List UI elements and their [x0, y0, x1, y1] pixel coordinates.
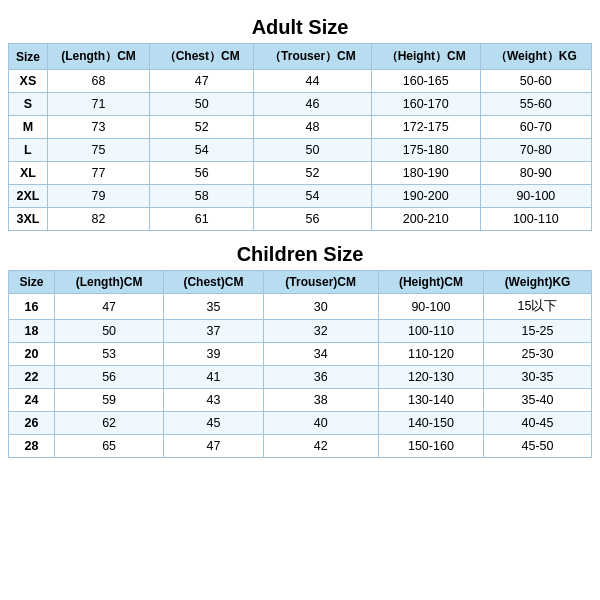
- table-cell: 71: [47, 93, 149, 116]
- table-cell: L: [9, 139, 48, 162]
- children-header-cell: (Height)CM: [378, 271, 483, 294]
- table-cell: S: [9, 93, 48, 116]
- table-cell: 70-80: [480, 139, 591, 162]
- table-cell: 41: [164, 366, 263, 389]
- table-cell: 28: [9, 435, 55, 458]
- table-cell: XL: [9, 162, 48, 185]
- table-cell: 15以下: [484, 294, 592, 320]
- table-cell: 45-50: [484, 435, 592, 458]
- table-cell: 58: [150, 185, 254, 208]
- table-cell: 50: [254, 139, 371, 162]
- table-cell: 100-110: [480, 208, 591, 231]
- table-cell: 50: [150, 93, 254, 116]
- table-cell: 82: [47, 208, 149, 231]
- table-row: 2XL795854190-20090-100: [9, 185, 592, 208]
- table-cell: 47: [54, 294, 163, 320]
- table-row: XL775652180-19080-90: [9, 162, 592, 185]
- table-cell: 140-150: [378, 412, 483, 435]
- table-cell: 35: [164, 294, 263, 320]
- table-cell: 54: [150, 139, 254, 162]
- table-cell: 62: [54, 412, 163, 435]
- adult-header-cell: （Chest）CM: [150, 44, 254, 70]
- table-row: S715046160-17055-60: [9, 93, 592, 116]
- table-cell: 47: [150, 70, 254, 93]
- adult-section-title: Adult Size: [252, 16, 349, 39]
- table-cell: 26: [9, 412, 55, 435]
- table-cell: 36: [263, 366, 378, 389]
- table-cell: 2XL: [9, 185, 48, 208]
- table-row: 28654742150-16045-50: [9, 435, 592, 458]
- table-cell: 75: [47, 139, 149, 162]
- table-cell: 32: [263, 320, 378, 343]
- children-header-cell: (Trouser)CM: [263, 271, 378, 294]
- table-cell: 38: [263, 389, 378, 412]
- table-cell: 79: [47, 185, 149, 208]
- table-cell: 48: [254, 116, 371, 139]
- table-cell: 68: [47, 70, 149, 93]
- adult-header-cell: (Length）CM: [47, 44, 149, 70]
- table-cell: 52: [150, 116, 254, 139]
- table-cell: 46: [254, 93, 371, 116]
- table-cell: 77: [47, 162, 149, 185]
- table-cell: 50: [54, 320, 163, 343]
- table-cell: 53: [54, 343, 163, 366]
- table-cell: 44: [254, 70, 371, 93]
- table-cell: 110-120: [378, 343, 483, 366]
- table-row: 1647353090-10015以下: [9, 294, 592, 320]
- adult-header-cell: （Trouser）CM: [254, 44, 371, 70]
- table-cell: 180-190: [371, 162, 480, 185]
- table-cell: 172-175: [371, 116, 480, 139]
- table-cell: 100-110: [378, 320, 483, 343]
- table-cell: 120-130: [378, 366, 483, 389]
- children-header-cell: Size: [9, 271, 55, 294]
- table-row: L755450175-18070-80: [9, 139, 592, 162]
- table-cell: 39: [164, 343, 263, 366]
- table-row: 18503732100-11015-25: [9, 320, 592, 343]
- table-row: 20533934110-12025-30: [9, 343, 592, 366]
- table-cell: 55-60: [480, 93, 591, 116]
- table-row: 22564136120-13030-35: [9, 366, 592, 389]
- table-cell: 175-180: [371, 139, 480, 162]
- table-cell: 30-35: [484, 366, 592, 389]
- table-cell: 3XL: [9, 208, 48, 231]
- table-cell: 160-170: [371, 93, 480, 116]
- adult-size-table: Size(Length）CM（Chest）CM（Trouser）CM（Heigh…: [8, 43, 592, 231]
- table-cell: 25-30: [484, 343, 592, 366]
- table-cell: 40: [263, 412, 378, 435]
- children-size-table: Size(Length)CM(Chest)CM(Trouser)CM(Heigh…: [8, 270, 592, 458]
- table-cell: 54: [254, 185, 371, 208]
- table-cell: 60-70: [480, 116, 591, 139]
- table-cell: 42: [263, 435, 378, 458]
- table-cell: M: [9, 116, 48, 139]
- table-cell: 50-60: [480, 70, 591, 93]
- table-cell: 160-165: [371, 70, 480, 93]
- children-header-cell: (Weight)KG: [484, 271, 592, 294]
- table-cell: 18: [9, 320, 55, 343]
- table-cell: 61: [150, 208, 254, 231]
- table-cell: 37: [164, 320, 263, 343]
- table-cell: 190-200: [371, 185, 480, 208]
- table-cell: 45: [164, 412, 263, 435]
- table-cell: XS: [9, 70, 48, 93]
- table-cell: 200-210: [371, 208, 480, 231]
- table-cell: 22: [9, 366, 55, 389]
- adult-header-cell: （Weight）KG: [480, 44, 591, 70]
- table-row: M735248172-17560-70: [9, 116, 592, 139]
- table-cell: 30: [263, 294, 378, 320]
- table-cell: 80-90: [480, 162, 591, 185]
- table-cell: 43: [164, 389, 263, 412]
- adult-header-cell: （Height）CM: [371, 44, 480, 70]
- table-cell: 150-160: [378, 435, 483, 458]
- table-cell: 20: [9, 343, 55, 366]
- table-cell: 34: [263, 343, 378, 366]
- table-row: 24594338130-14035-40: [9, 389, 592, 412]
- table-cell: 56: [254, 208, 371, 231]
- table-cell: 35-40: [484, 389, 592, 412]
- table-cell: 90-100: [378, 294, 483, 320]
- children-section-title: Children Size: [8, 243, 592, 266]
- table-cell: 73: [47, 116, 149, 139]
- table-cell: 130-140: [378, 389, 483, 412]
- table-cell: 15-25: [484, 320, 592, 343]
- table-cell: 65: [54, 435, 163, 458]
- adult-header-cell: Size: [9, 44, 48, 70]
